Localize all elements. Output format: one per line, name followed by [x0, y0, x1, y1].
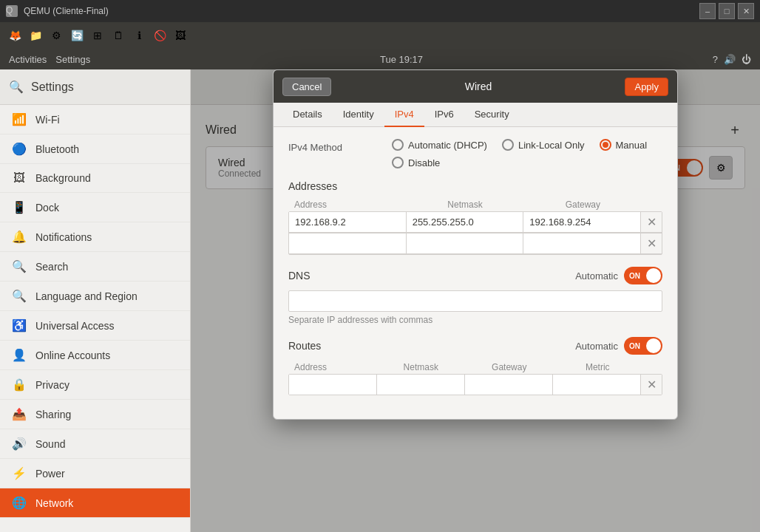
- addr-2-delete-button[interactable]: ✕: [641, 233, 662, 254]
- routes-1-gateway-cell[interactable]: [465, 375, 553, 395]
- routes-col-gateway: Gateway: [465, 361, 554, 374]
- addr-2-address-input[interactable]: [289, 233, 406, 253]
- search-icon[interactable]: 🔍: [9, 80, 24, 94]
- addr-2-netmask-cell[interactable]: [407, 233, 524, 254]
- addr-2-gateway-input[interactable]: [523, 233, 640, 253]
- addr-2-netmask-input[interactable]: [407, 233, 523, 253]
- ipv4-method-options: Automatic (DHCP) Link-Local Only: [392, 139, 662, 168]
- sidebar-item-network[interactable]: 🌐 Network: [0, 488, 190, 518]
- sidebar-item-dock[interactable]: 📱 Dock: [0, 193, 190, 222]
- address-row-1: ✕: [289, 212, 662, 233]
- app-window: 🔍 Settings 📶 Wi-Fi 🔵 Bluetooth 🖼 Backgro…: [0, 69, 760, 532]
- tab-security[interactable]: Security: [464, 103, 520, 127]
- taskbar-files-icon[interactable]: 📁: [27, 27, 44, 44]
- routes-1-netmask-input[interactable]: [377, 375, 464, 395]
- dns-auto-label: Automatic: [575, 270, 618, 282]
- routes-toggle[interactable]: ON: [624, 337, 662, 355]
- sidebar-item-universal-access[interactable]: ♿ Universal Access: [0, 311, 190, 341]
- dialog-body: IPv4 Method Automatic (DHCP) Link-Local …: [274, 127, 677, 419]
- minimize-button[interactable]: –: [699, 3, 716, 19]
- dns-toggle[interactable]: ON: [624, 267, 662, 284]
- addresses-grid: ✕: [288, 211, 662, 255]
- routes-1-metric-input[interactable]: [553, 375, 640, 395]
- search-sidebar-icon: 🔍: [12, 259, 27, 273]
- addr-1-netmask-cell[interactable]: [407, 212, 524, 233]
- dns-toggle-knob: [646, 268, 661, 283]
- radio-label-link-local: Link-Local Only: [518, 140, 585, 151]
- maximize-button[interactable]: □: [719, 3, 735, 19]
- addresses-headers: Address Netmask Gateway: [288, 198, 662, 211]
- addr-2-address-cell[interactable]: [289, 233, 407, 254]
- sidebar-item-sharing[interactable]: 📤 Sharing: [0, 400, 190, 429]
- addr-1-gateway-cell[interactable]: [523, 212, 641, 233]
- tab-identity[interactable]: Identity: [333, 103, 384, 127]
- addr-1-address-cell[interactable]: [289, 212, 407, 233]
- sidebar-item-online-accounts[interactable]: 👤 Online Accounts: [0, 341, 190, 370]
- activities-label[interactable]: Activities: [9, 54, 47, 65]
- sidebar-item-background[interactable]: 🖼 Background: [0, 164, 190, 193]
- taskbar-text-icon[interactable]: 🗒: [109, 27, 127, 44]
- sidebar-item-notifications[interactable]: 🔔 Notifications: [0, 222, 190, 252]
- routes-1-gateway-input[interactable]: [465, 375, 552, 395]
- power-icon[interactable]: ⏻: [742, 54, 751, 65]
- sidebar-item-power[interactable]: ⚡ Power: [0, 459, 190, 488]
- dns-input[interactable]: [288, 290, 662, 312]
- help-icon[interactable]: ?: [713, 54, 718, 65]
- routes-1-metric-cell[interactable]: [553, 375, 641, 395]
- settings-menu[interactable]: Settings: [55, 54, 90, 65]
- radio-automatic-dhcp[interactable]: Automatic (DHCP): [392, 139, 487, 151]
- sidebar-item-wifi[interactable]: 📶 Wi-Fi: [0, 105, 190, 134]
- sound-icon[interactable]: 🔊: [724, 54, 736, 65]
- addr-1-address-input[interactable]: [289, 212, 406, 232]
- dialog-cancel-button[interactable]: Cancel: [282, 78, 331, 96]
- addr-1-delete-button[interactable]: ✕: [641, 212, 662, 233]
- taskbar-image-icon[interactable]: 🖼: [172, 27, 189, 44]
- taskbar-block-icon[interactable]: 🚫: [151, 27, 169, 44]
- dialog-apply-button[interactable]: Apply: [625, 78, 668, 96]
- dns-row: DNS Automatic ON: [288, 267, 662, 284]
- routes-col-del: [642, 361, 662, 374]
- taskbar-info-icon[interactable]: ℹ: [130, 27, 148, 44]
- privacy-icon: 🔒: [12, 378, 27, 392]
- routes-col-headers: Address Netmask Gateway Metric: [288, 361, 662, 374]
- routes-1-netmask-cell[interactable]: [377, 375, 465, 395]
- radio-disable[interactable]: Disable: [392, 157, 440, 168]
- close-button[interactable]: ✕: [738, 3, 754, 19]
- window-title: QEMU (Cliente-Final): [24, 6, 693, 16]
- addr-2-gateway-cell[interactable]: [523, 233, 641, 254]
- taskbar-refresh-icon[interactable]: 🔄: [68, 27, 86, 44]
- dns-auto-group: Automatic ON: [575, 267, 662, 284]
- routes-1-delete-button[interactable]: ✕: [641, 375, 662, 395]
- sidebar-item-sound[interactable]: 🔊 Sound: [0, 429, 190, 459]
- main-content: Network Wired + Wired Connected ON ⚙: [191, 69, 760, 532]
- sidebar-label-bluetooth: Bluetooth: [35, 143, 79, 155]
- routes-section: Routes Automatic ON Address N: [288, 337, 662, 395]
- sidebar-item-language[interactable]: 🔍 Language and Region: [0, 282, 190, 311]
- tab-ipv4[interactable]: IPv4: [384, 103, 424, 127]
- dns-hint: Separate IP addresses with commas: [288, 315, 662, 325]
- sidebar-item-privacy[interactable]: 🔒 Privacy: [0, 370, 190, 400]
- radio-manual[interactable]: Manual: [600, 139, 648, 151]
- routes-1-address-cell[interactable]: [289, 375, 377, 395]
- power-sidebar-icon: ⚡: [12, 466, 27, 480]
- taskbar-ubuntu-icon[interactable]: ⊞: [89, 27, 106, 44]
- tab-ipv6[interactable]: IPv6: [424, 103, 464, 127]
- sidebar-item-bluetooth[interactable]: 🔵 Bluetooth: [0, 134, 190, 164]
- ipv4-method-label: IPv4 Method: [288, 139, 370, 153]
- sidebar-label-online-accounts: Online Accounts: [35, 349, 110, 361]
- dialog-overlay: Cancel Wired Apply Details Identity IPv4…: [191, 69, 760, 532]
- dns-toggle-label: ON: [629, 272, 640, 280]
- taskbar-firefox-icon[interactable]: 🦊: [6, 27, 24, 44]
- addr-1-gateway-input[interactable]: [523, 212, 640, 232]
- sidebar-label-dock: Dock: [35, 202, 59, 214]
- tab-details[interactable]: Details: [282, 103, 333, 127]
- addr-1-netmask-input[interactable]: [407, 212, 523, 232]
- radio-link-local[interactable]: Link-Local Only: [502, 139, 585, 151]
- taskbar-settings-icon[interactable]: ⚙: [47, 27, 65, 44]
- col-header-gateway: Gateway: [524, 198, 642, 211]
- radio-label-dhcp: Automatic (DHCP): [408, 140, 487, 151]
- sidebar-label-sound: Sound: [35, 438, 65, 450]
- sidebar-item-search[interactable]: 🔍 Search: [0, 252, 190, 282]
- sidebar-label-sharing: Sharing: [35, 409, 71, 420]
- routes-1-address-input[interactable]: [289, 375, 376, 395]
